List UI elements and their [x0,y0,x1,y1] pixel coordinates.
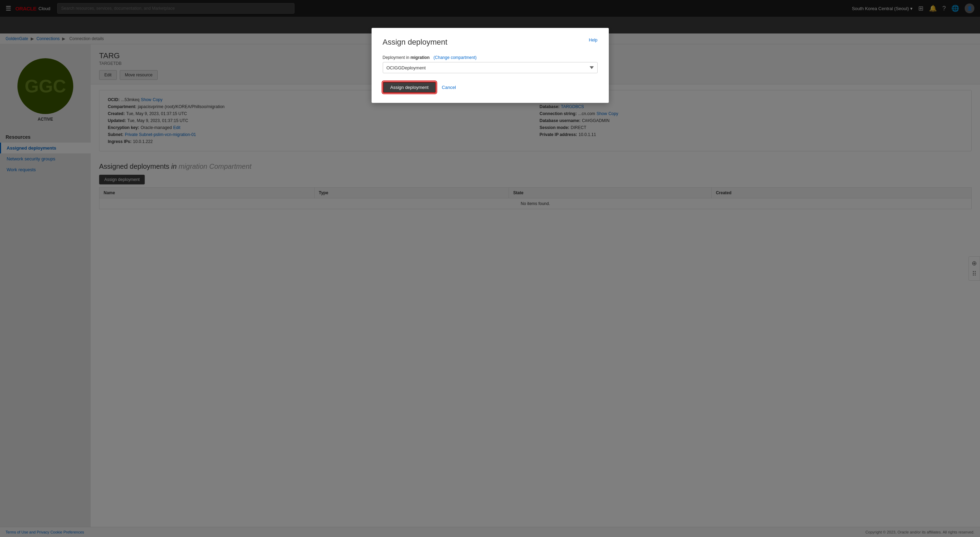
modal-header: Assign deployment Help [383,38,598,47]
modal-cancel-button[interactable]: Cancel [442,85,456,90]
label-bold: migration [410,55,430,60]
change-compartment-link[interactable]: (Change compartment) [434,55,477,60]
modal-body: Deployment in migration (Change compartm… [383,55,598,73]
modal-footer: Assign deployment Cancel [383,82,598,93]
deployment-select[interactable]: OCIGGDeployment [383,62,598,73]
deployment-label: Deployment in migration (Change compartm… [383,55,598,60]
modal-assign-button[interactable]: Assign deployment [383,82,436,93]
modal-title: Assign deployment [383,38,448,47]
deployment-form-group: Deployment in migration (Change compartm… [383,55,598,73]
assign-deployment-modal: Assign deployment Help Deployment in mig… [372,28,609,103]
modal-help-link[interactable]: Help [589,38,598,43]
label-prefix: Deployment in [383,55,410,60]
modal-overlay: Assign deployment Help Deployment in mig… [0,0,980,537]
